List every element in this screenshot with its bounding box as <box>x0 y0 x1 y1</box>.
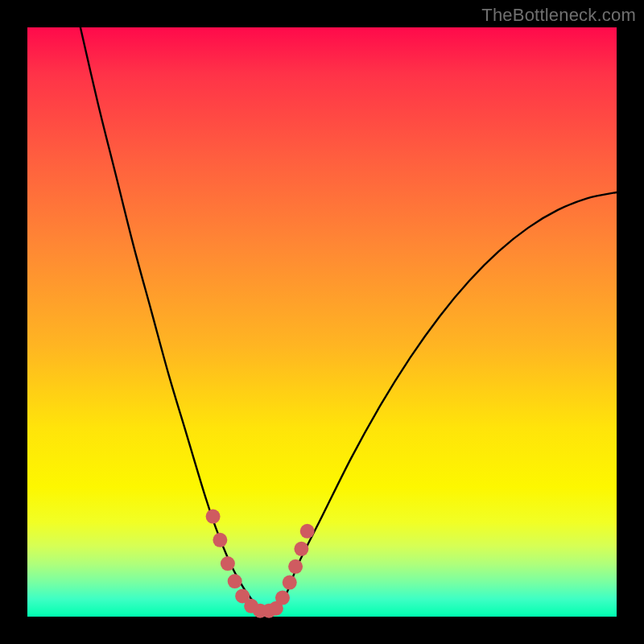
curve-svg <box>27 27 617 617</box>
highlight-dot <box>221 556 235 571</box>
highlight-dot <box>300 524 315 539</box>
highlight-dot <box>294 542 308 556</box>
chart-frame: TheBottleneck.com <box>0 0 644 644</box>
highlight-dot <box>275 591 290 605</box>
highlight-dot <box>228 574 242 588</box>
watermark-text: TheBottleneck.com <box>481 5 636 26</box>
highlight-dots <box>206 510 315 618</box>
plot-area <box>27 27 617 617</box>
highlight-dot <box>283 576 297 590</box>
highlight-dot <box>213 533 227 547</box>
bottleneck-curve <box>80 27 617 613</box>
highlight-dot <box>206 510 221 524</box>
highlight-dot <box>288 559 303 574</box>
